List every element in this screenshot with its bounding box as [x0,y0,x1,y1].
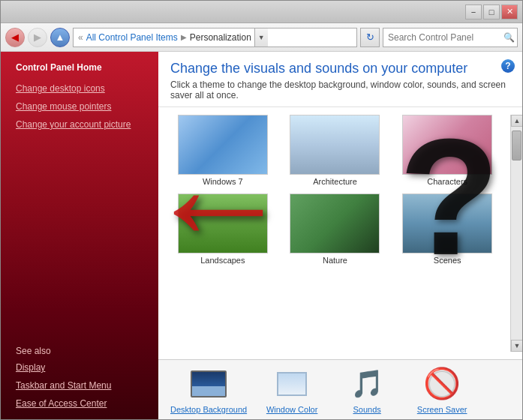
sidebar-see-also-title: See also [1,341,158,358]
maximize-button[interactable]: □ [483,4,500,20]
theme-label-arch: Architecture [313,177,357,186]
help-icon[interactable]: ? [501,59,515,73]
sidebar-home-link[interactable]: Control Panel Home [1,59,158,79]
theme-item-arch[interactable]: Architecture [283,115,388,186]
desktop-bg-label: Desktop Background [170,405,247,414]
search-icon[interactable]: 🔍 [503,32,515,43]
toolbar: ◀ ▶ ▲ « All Control Panel Items ▶ Person… [1,23,522,52]
screensaver-label: Screen Saver [417,405,467,414]
theme-item-nature[interactable]: Nature [283,194,388,265]
sounds-label: Sounds [353,405,380,414]
bottom-item-window-color[interactable]: Window Color [262,366,322,414]
breadcrumb-current: Personalization [190,32,251,43]
sidebar: Control Panel Home Change desktop icons … [1,52,158,419]
window-color-icon [274,366,310,402]
sounds-image: 🎵 [350,368,384,400]
theme-label-win7: Windows 7 [203,177,243,186]
content-header: Change the visuals and sounds on your co… [158,52,522,107]
theme-item-char[interactable]: Characters [395,115,500,186]
sidebar-link-account-picture[interactable]: Change your account picture [1,116,158,133]
search-box: 🔍 [383,28,518,47]
theme-thumb-nature [290,194,380,254]
theme-thumb-arch [290,115,380,175]
bottom-item-desktop-bg[interactable]: Desktop Background [170,366,247,414]
address-dropdown-button[interactable]: ▼ [254,28,268,47]
close-button[interactable]: ✕ [501,4,518,20]
theme-scroll-area: Windows 7 Architecture Characters Landsc… [158,107,522,359]
theme-grid: Windows 7 Architecture Characters Landsc… [170,115,500,265]
scrollbar-down-button[interactable]: ▼ [511,340,522,352]
theme-thumb-win7 [178,115,268,175]
theme-item-win7[interactable]: Windows 7 [170,115,275,186]
theme-label-nature: Nature [323,256,347,265]
screensaver-image: 🚫 [425,368,458,400]
up-button[interactable]: ▲ [50,28,70,47]
titlebar: − □ ✕ [1,1,522,23]
desktop-bg-icon [191,366,227,402]
sidebar-link-taskbar[interactable]: Taskbar and Start Menu [1,377,158,394]
main-window: − □ ✕ ◀ ▶ ▲ « All Control Panel Items ▶ … [0,0,523,420]
theme-label-lands: Landscapes [200,256,245,265]
bottom-item-sounds[interactable]: 🎵 Sounds [337,366,397,414]
page-title: Change the visuals and sounds on your co… [170,61,510,76]
sidebar-link-ease-access[interactable]: Ease of Access Center [1,395,158,412]
search-input[interactable] [388,32,500,43]
desktop-bg-image [191,370,227,398]
screensaver-ban: 🚫 [425,368,458,400]
theme-thumb-scenes [402,194,492,254]
scrollbar: ▲ ▼ [510,115,522,352]
content-area: Change the visuals and sounds on your co… [158,52,522,419]
scrollbar-track[interactable] [511,127,522,340]
sidebar-link-display[interactable]: Display [1,359,158,376]
theme-thumb-lands [178,194,268,254]
scrollbar-thumb[interactable] [512,130,521,160]
refresh-button[interactable]: ↻ [360,28,380,47]
theme-label-scenes: Scenes [434,256,461,265]
main-layout: Control Panel Home Change desktop icons … [1,52,522,419]
page-subtitle: Click a theme to change the desktop back… [170,80,510,100]
sounds-icon: 🎵 [349,366,385,402]
forward-button[interactable]: ▶ [28,28,47,47]
address-prefix: « [78,32,83,43]
back-button[interactable]: ◀ [5,28,25,47]
screensaver-icon: 🚫 [424,366,460,402]
scrollbar-up-button[interactable]: ▲ [511,115,522,127]
theme-item-scenes[interactable]: Scenes [395,194,500,265]
minimize-button[interactable]: − [465,4,482,20]
theme-label-char: Characters [427,177,467,186]
address-bar: « All Control Panel Items ▶ Personalizat… [73,28,357,47]
window-color-image [277,372,307,396]
theme-item-lands[interactable]: Landscapes [170,194,275,265]
bottom-item-screensaver[interactable]: 🚫 Screen Saver [412,366,472,414]
window-color-label: Window Color [266,405,317,414]
bottom-bar: Desktop Background Window Color 🎵 Sounds [158,359,522,419]
theme-thumb-char [402,115,492,175]
breadcrumb-separator: ▶ [181,33,187,41]
sidebar-link-desktop-icons[interactable]: Change desktop icons [1,80,158,97]
sidebar-link-mouse-pointers[interactable]: Change mouse pointers [1,98,158,115]
breadcrumb-all-control-panel[interactable]: All Control Panel Items [86,32,178,43]
